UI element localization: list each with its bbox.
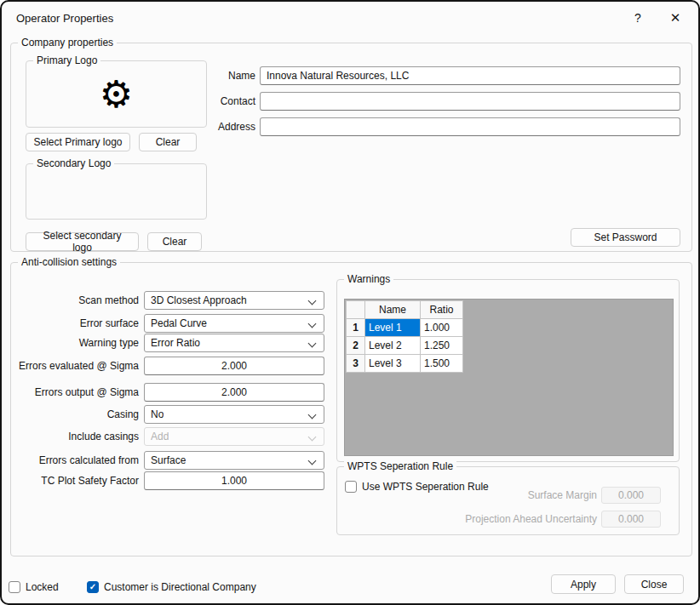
scan-method-row: Scan method 3D Closest Approach bbox=[11, 291, 335, 310]
name-label: Name bbox=[128, 66, 255, 85]
casing-row: Casing No bbox=[11, 405, 335, 424]
warnings-group-label: Warnings bbox=[344, 273, 393, 285]
wpts-group-label: WPTS Seperation Rule bbox=[344, 460, 456, 472]
errors-calculated-from-row: Errors calculated from Surface bbox=[11, 451, 335, 470]
projection-ahead-uncertainty-label: Projection Ahead Uncertainty bbox=[422, 511, 597, 528]
include-casings-label: Include casings bbox=[11, 427, 139, 446]
errors-calculated-from-value: Surface bbox=[151, 454, 186, 466]
chevron-down-icon bbox=[308, 433, 317, 442]
casing-select[interactable]: No bbox=[144, 405, 324, 424]
projection-ahead-uncertainty-input bbox=[601, 511, 661, 528]
chevron-down-icon bbox=[308, 457, 317, 465]
check-icon: ✓ bbox=[89, 583, 96, 591]
warning-ratio-cell-1[interactable]: 1.000 bbox=[421, 319, 462, 336]
address-label: Address bbox=[128, 117, 255, 136]
primary-logo-label: Primary Logo bbox=[33, 54, 100, 66]
chevron-down-icon bbox=[308, 411, 317, 420]
warning-type-select[interactable]: Error Ratio bbox=[144, 334, 324, 352]
chevron-down-icon bbox=[308, 340, 317, 348]
table-corner-cell bbox=[347, 301, 364, 318]
warning-type-value: Error Ratio bbox=[151, 337, 200, 349]
warning-name-cell-2[interactable]: Level 2 bbox=[365, 337, 420, 354]
tc-plot-safety-factor-row: TC Plot Safety Factor bbox=[11, 471, 335, 490]
wpts-separation-rule-group: WPTS Seperation Rule ✓ Use WPTS Seperati… bbox=[336, 466, 680, 535]
checkbox-icon: ✓ bbox=[87, 581, 99, 593]
warning-name-cell-3[interactable]: Level 3 bbox=[365, 355, 420, 372]
checkbox-icon: ✓ bbox=[345, 481, 357, 493]
casing-value: No bbox=[151, 408, 164, 420]
errors-evaluated-input[interactable] bbox=[144, 357, 324, 375]
locked-checkbox[interactable]: ✓ Locked bbox=[9, 581, 59, 593]
select-primary-logo-button[interactable]: Select Primary logo bbox=[26, 133, 130, 151]
contact-input[interactable] bbox=[260, 92, 680, 111]
warnings-table-area: Name Ratio 1 Level 1 1.000 2 Level 2 1.2… bbox=[344, 299, 674, 456]
column-header-name[interactable]: Name bbox=[365, 301, 420, 318]
warnings-table: Name Ratio 1 Level 1 1.000 2 Level 2 1.2… bbox=[346, 300, 463, 373]
row-header-3[interactable]: 3 bbox=[347, 355, 364, 372]
errors-calculated-from-select[interactable]: Surface bbox=[144, 451, 324, 470]
scan-method-value: 3D Closest Approach bbox=[151, 294, 247, 306]
apply-button[interactable]: Apply bbox=[551, 574, 616, 594]
warning-name-cell-1[interactable]: Level 1 bbox=[365, 319, 420, 336]
errors-output-label: Errors output @ Sigma bbox=[11, 383, 139, 402]
close-button[interactable]: Close bbox=[624, 574, 684, 594]
locked-label: Locked bbox=[26, 581, 59, 593]
errors-calculated-from-label: Errors calculated from bbox=[11, 451, 139, 470]
surface-margin-input bbox=[601, 487, 661, 504]
warning-type-row: Warning type Error Ratio bbox=[11, 334, 335, 352]
chevron-down-icon bbox=[308, 320, 317, 328]
address-input[interactable] bbox=[260, 117, 680, 136]
window-title: Operator Properties bbox=[16, 12, 113, 25]
customer-directional-label: Customer is Directional Company bbox=[104, 581, 256, 593]
select-secondary-logo-button[interactable]: Select secondary logo bbox=[26, 232, 139, 251]
close-icon-button[interactable]: ✕ bbox=[663, 7, 688, 29]
clear-secondary-logo-button[interactable]: Clear bbox=[147, 232, 202, 251]
errors-output-input[interactable] bbox=[144, 383, 324, 402]
include-casings-value: Add bbox=[151, 431, 169, 442]
customer-directional-checkbox[interactable]: ✓ Customer is Directional Company bbox=[87, 581, 256, 593]
secondary-logo-label: Secondary Logo bbox=[33, 157, 114, 169]
tc-plot-safety-factor-input[interactable] bbox=[144, 471, 324, 490]
company-properties-group-label: Company properties bbox=[18, 37, 117, 49]
surface-margin-label: Surface Margin bbox=[465, 487, 597, 504]
warning-ratio-cell-3[interactable]: 1.500 bbox=[421, 355, 462, 372]
include-casings-select: Add bbox=[144, 427, 324, 446]
include-casings-row: Include casings Add bbox=[11, 427, 335, 446]
errors-output-row: Errors output @ Sigma bbox=[11, 383, 335, 402]
errors-evaluated-row: Errors evaluated @ Sigma bbox=[11, 357, 335, 375]
name-input[interactable] bbox=[260, 66, 680, 85]
close-icon: ✕ bbox=[670, 10, 681, 26]
error-surface-select[interactable]: Pedal Curve bbox=[144, 314, 324, 333]
row-header-2[interactable]: 2 bbox=[347, 337, 364, 354]
column-header-ratio[interactable]: Ratio bbox=[421, 301, 462, 318]
checkbox-icon: ✓ bbox=[9, 581, 20, 593]
warnings-group: Warnings Name Ratio 1 Level 1 1.000 2 Le… bbox=[336, 279, 680, 462]
row-header-1[interactable]: 1 bbox=[347, 319, 364, 336]
chevron-down-icon bbox=[308, 297, 317, 305]
help-button[interactable]: ? bbox=[625, 7, 651, 29]
anti-collision-group: Anti-collision settings Scan method 3D C… bbox=[10, 262, 692, 556]
error-surface-label: Error surface bbox=[11, 314, 139, 333]
set-password-button[interactable]: Set Password bbox=[571, 228, 680, 247]
contact-label: Contact bbox=[128, 92, 255, 111]
casing-label: Casing bbox=[11, 405, 139, 424]
error-surface-row: Error surface Pedal Curve bbox=[11, 314, 335, 333]
warning-ratio-cell-2[interactable]: 1.250 bbox=[421, 337, 462, 354]
secondary-logo-box: Secondary Logo bbox=[26, 163, 207, 220]
company-properties-group: Company properties Primary Logo ⚙ Select… bbox=[10, 43, 692, 252]
errors-evaluated-label: Errors evaluated @ Sigma bbox=[11, 357, 139, 375]
anti-collision-group-label: Anti-collision settings bbox=[18, 256, 120, 268]
scan-method-label: Scan method bbox=[11, 291, 139, 310]
operator-properties-dialog: Operator Properties ? ✕ Company properti… bbox=[0, 0, 700, 605]
error-surface-value: Pedal Curve bbox=[151, 317, 207, 329]
help-icon: ? bbox=[634, 11, 641, 25]
scan-method-select[interactable]: 3D Closest Approach bbox=[144, 291, 324, 310]
tc-plot-safety-factor-label: TC Plot Safety Factor bbox=[11, 471, 139, 490]
warning-type-label: Warning type bbox=[11, 334, 139, 352]
